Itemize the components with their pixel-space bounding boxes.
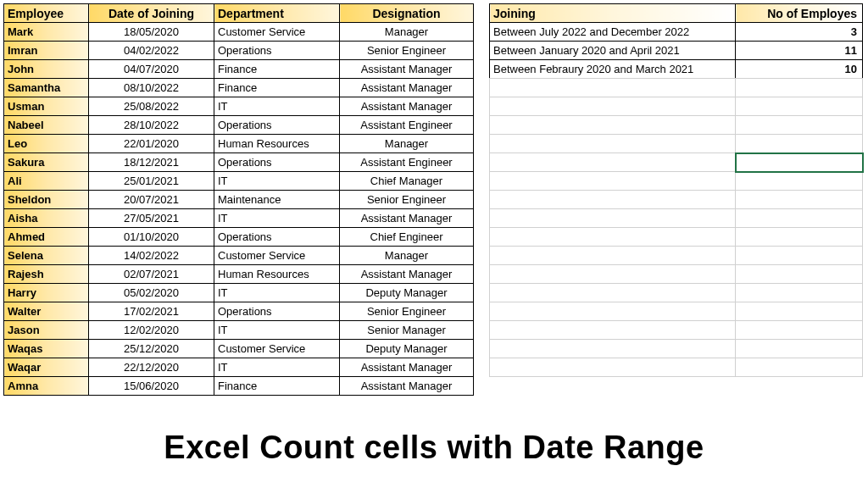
cell-designation[interactable]: Assistant Engineer xyxy=(340,116,474,135)
empty-cell[interactable] xyxy=(490,116,736,135)
empty-cell[interactable] xyxy=(490,340,736,358)
header-designation[interactable]: Designation xyxy=(340,4,474,23)
cell-date[interactable]: 04/07/2020 xyxy=(89,60,214,79)
cell-department[interactable]: Customer Service xyxy=(214,23,340,42)
cell-employee[interactable]: John xyxy=(4,60,89,79)
cell-department[interactable]: Operations xyxy=(214,228,340,247)
cell-designation[interactable]: Chief Engineer xyxy=(340,228,474,247)
cell-designation[interactable]: Chief Manager xyxy=(340,172,474,191)
cell-date[interactable]: 02/07/2021 xyxy=(89,265,214,284)
cell-joining[interactable]: Between January 2020 and April 2021 xyxy=(490,42,736,60)
cell-employee[interactable]: Ali xyxy=(4,172,89,191)
summary-table[interactable]: Joining No of Employes Between July 2022… xyxy=(489,3,863,79)
cell-date[interactable]: 20/07/2021 xyxy=(89,191,214,209)
cell-department[interactable]: IT xyxy=(214,97,340,116)
cell-date[interactable]: 18/05/2020 xyxy=(89,23,214,42)
cell-department[interactable]: Finance xyxy=(214,60,340,79)
cell-employee[interactable]: Nabeel xyxy=(4,116,89,135)
cell-designation[interactable]: Manager xyxy=(340,247,474,265)
cell-count[interactable]: 10 xyxy=(736,60,863,79)
cell-department[interactable]: IT xyxy=(214,172,340,191)
cell-count[interactable]: 3 xyxy=(736,23,863,42)
cell-department[interactable]: Customer Service xyxy=(214,340,340,358)
empty-cell[interactable] xyxy=(736,135,863,153)
empty-cell[interactable] xyxy=(736,116,863,135)
cell-designation[interactable]: Senior Engineer xyxy=(340,302,474,321)
empty-cell[interactable] xyxy=(490,97,736,116)
cell-employee[interactable]: Samantha xyxy=(4,79,89,97)
cell-designation[interactable]: Assistant Manager xyxy=(340,97,474,116)
cell-joining[interactable]: Between July 2022 and December 2022 xyxy=(490,23,736,42)
empty-cell[interactable] xyxy=(490,321,736,340)
cell-department[interactable]: Operations xyxy=(214,153,340,172)
cell-department[interactable]: IT xyxy=(214,209,340,228)
cell-date[interactable]: 28/10/2022 xyxy=(89,116,214,135)
employee-table[interactable]: Employee Date of Joining Department Desi… xyxy=(3,3,474,396)
empty-cell[interactable] xyxy=(736,172,863,191)
cell-employee[interactable]: Rajesh xyxy=(4,265,89,284)
cell-department[interactable]: IT xyxy=(214,358,340,377)
cell-employee[interactable]: Ahmed xyxy=(4,228,89,247)
header-count[interactable]: No of Employes xyxy=(736,4,863,23)
empty-cell[interactable] xyxy=(736,228,863,247)
cell-employee[interactable]: Sakura xyxy=(4,153,89,172)
cell-designation[interactable]: Deputy Manager xyxy=(340,284,474,302)
empty-cell[interactable] xyxy=(490,172,736,191)
cell-designation[interactable]: Assistant Manager xyxy=(340,265,474,284)
active-cell[interactable] xyxy=(736,153,863,172)
cell-designation[interactable]: Assistant Manager xyxy=(340,209,474,228)
cell-designation[interactable]: Assistant Engineer xyxy=(340,153,474,172)
cell-date[interactable]: 01/10/2020 xyxy=(89,228,214,247)
cell-employee[interactable]: Usman xyxy=(4,97,89,116)
empty-cell[interactable] xyxy=(736,97,863,116)
cell-date[interactable]: 27/05/2021 xyxy=(89,209,214,228)
empty-cell[interactable] xyxy=(490,228,736,247)
empty-cell[interactable] xyxy=(736,340,863,358)
cell-joining[interactable]: Between Febraury 2020 and March 2021 xyxy=(490,60,736,79)
cell-employee[interactable]: Harry xyxy=(4,284,89,302)
empty-cell[interactable] xyxy=(490,358,736,377)
cell-date[interactable]: 14/02/2022 xyxy=(89,247,214,265)
cell-designation[interactable]: Senior Manager xyxy=(340,321,474,340)
empty-cell[interactable] xyxy=(490,191,736,209)
empty-cell[interactable] xyxy=(736,191,863,209)
empty-cell[interactable] xyxy=(490,247,736,265)
cell-employee[interactable]: Selena xyxy=(4,247,89,265)
empty-cells-grid[interactable] xyxy=(489,78,864,377)
cell-department[interactable]: Operations xyxy=(214,42,340,60)
cell-department[interactable]: Human Resources xyxy=(214,135,340,153)
cell-designation[interactable]: Manager xyxy=(340,23,474,42)
empty-cell[interactable] xyxy=(736,321,863,340)
cell-date[interactable]: 22/01/2020 xyxy=(89,135,214,153)
cell-designation[interactable]: Deputy Manager xyxy=(340,340,474,358)
header-department[interactable]: Department xyxy=(214,4,340,23)
empty-cell[interactable] xyxy=(490,79,736,97)
cell-date[interactable]: 18/12/2021 xyxy=(89,153,214,172)
header-employee[interactable]: Employee xyxy=(4,4,89,23)
empty-cell[interactable] xyxy=(490,284,736,302)
empty-cell[interactable] xyxy=(490,135,736,153)
cell-designation[interactable]: Assistant Manager xyxy=(340,377,474,396)
cell-department[interactable]: Operations xyxy=(214,116,340,135)
empty-cell[interactable] xyxy=(490,302,736,321)
empty-cell[interactable] xyxy=(490,265,736,284)
cell-date[interactable]: 05/02/2020 xyxy=(89,284,214,302)
empty-cell[interactable] xyxy=(490,153,736,172)
empty-cell[interactable] xyxy=(736,209,863,228)
cell-employee[interactable]: Sheldon xyxy=(4,191,89,209)
cell-employee[interactable]: Imran xyxy=(4,42,89,60)
empty-cell[interactable] xyxy=(736,79,863,97)
cell-count[interactable]: 11 xyxy=(736,42,863,60)
cell-employee[interactable]: Jason xyxy=(4,321,89,340)
cell-date[interactable]: 25/12/2020 xyxy=(89,340,214,358)
cell-date[interactable]: 22/12/2020 xyxy=(89,358,214,377)
cell-department[interactable]: Finance xyxy=(214,79,340,97)
cell-date[interactable]: 08/10/2022 xyxy=(89,79,214,97)
cell-date[interactable]: 25/01/2021 xyxy=(89,172,214,191)
cell-employee[interactable]: Aisha xyxy=(4,209,89,228)
cell-department[interactable]: Customer Service xyxy=(214,247,340,265)
cell-date[interactable]: 17/02/2021 xyxy=(89,302,214,321)
empty-cell[interactable] xyxy=(490,209,736,228)
empty-cell[interactable] xyxy=(736,265,863,284)
cell-date[interactable]: 15/06/2020 xyxy=(89,377,214,396)
